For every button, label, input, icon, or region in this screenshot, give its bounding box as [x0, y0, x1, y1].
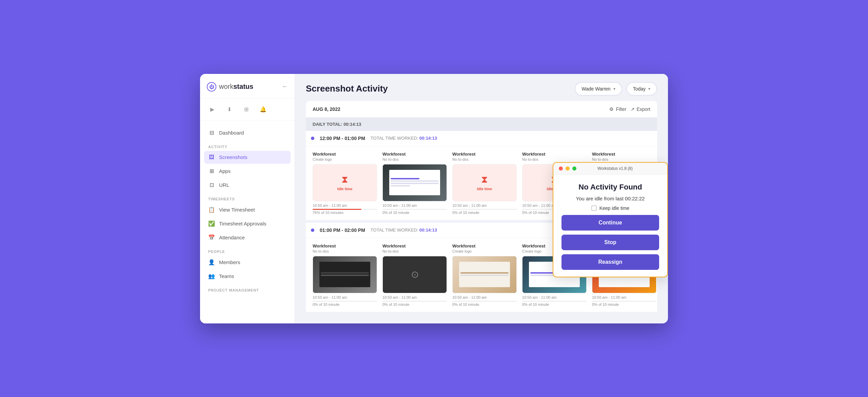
export-button[interactable]: ↗ Export [631, 106, 650, 112]
time-dot [311, 229, 314, 232]
attendance-icon: 📅 [208, 234, 215, 241]
teams-icon: 👥 [208, 273, 215, 279]
minimize-traffic-light[interactable] [566, 166, 570, 171]
user-name: Wade Warren [581, 86, 610, 92]
activity-section-label: ACTIVITY [204, 140, 291, 151]
progress-bar [382, 209, 447, 210]
screenshot-image[interactable]: ⧗ Idle time [313, 164, 377, 201]
sidebar-item-url[interactable]: ⊡ URL [204, 178, 291, 192]
card-app-name: Workforest [382, 243, 447, 249]
screenshot-card: Workforest No to-dos ⊙ 10:50 am - 11:00 … [382, 243, 447, 306]
screenshot-time: 10:50 am - 11:00 am [522, 295, 587, 299]
screenshot-card: Workforest No to-dos [313, 243, 377, 306]
chevron-down-icon: ▾ [648, 86, 650, 91]
idle-label: Idle time [477, 187, 492, 191]
sidebar-item-screenshots[interactable]: 🖼 Screenshots [204, 151, 291, 164]
sidebar-item-view-timesheet[interactable]: 📋 View Timesheet [204, 203, 291, 216]
modal-body: No Activity Found You are idle from last… [553, 175, 667, 277]
progress-label: 0% of 10 minute [382, 211, 447, 215]
screenshot-image[interactable]: ⊙ [382, 256, 447, 293]
play-icon[interactable]: ▶ [207, 104, 218, 115]
progress-bar [522, 301, 587, 302]
screenshot-time: 10:50 am - 11:00 am [452, 203, 517, 207]
sidebar-item-attendance[interactable]: 📅 Attendance [204, 231, 291, 244]
reassign-button[interactable]: Reassign [561, 254, 659, 270]
total-time-value-1: 00:14:13 [419, 136, 437, 141]
idle-hourglass-icon: ⧗ [481, 174, 488, 185]
maximize-traffic-light[interactable] [572, 166, 576, 171]
card-task: Create logo [313, 157, 377, 161]
progress-label: 76% of 10 minutes [313, 211, 377, 215]
card-app-name: Workforest [452, 243, 517, 249]
total-time-label-1: TOTAL TIME WORKED: 00:14:13 [371, 136, 437, 141]
collapse-button[interactable]: ← [282, 83, 288, 90]
screenshot-image[interactable] [452, 256, 517, 293]
card-task: Create logo [452, 249, 517, 253]
page-title: Screenshot Activity [306, 83, 388, 94]
card-app-name: Workforest [522, 152, 587, 157]
continue-button[interactable]: Continue [561, 215, 659, 231]
stop-button[interactable]: Stop [561, 235, 659, 250]
modal-app-title: Workstatus v1.8 (8) [579, 166, 651, 171]
sidebar-item-apps[interactable]: ⊞ Apps [204, 164, 291, 178]
close-traffic-light[interactable] [559, 166, 563, 171]
download-icon[interactable]: ⬇ [224, 104, 235, 115]
thumb-screen [459, 262, 510, 287]
date-dropdown[interactable]: Today ▾ [626, 82, 657, 96]
keep-idle-time-label: Keep idle time [599, 205, 630, 211]
card-task: No to-dos [452, 157, 517, 161]
card-app-name: Workforest [313, 243, 377, 249]
content-area: AUG 8, 2022 ⚙ Filter ↗ Export DAILY TOTA… [295, 101, 668, 323]
daily-total-text: DAILY TOTAL: 00:14:13 [313, 122, 361, 127]
sidebar-item-timesheet-approvals[interactable]: ✅ Timesheet Approvals [204, 217, 291, 230]
thumb-screen [319, 262, 370, 287]
grid-icon[interactable]: ⊞ [241, 104, 252, 115]
card-task: No to-dos [313, 249, 377, 253]
sidebar-quick-icons: ▶ ⬇ ⊞ 🔔 [200, 99, 295, 121]
main-header: Screenshot Activity Wade Warren ▾ Today … [295, 74, 668, 101]
bell-icon[interactable]: 🔔 [258, 104, 269, 115]
time-range-1: 12:00 PM - 01:00 PM [320, 136, 365, 141]
keep-idle-time-checkbox[interactable] [591, 205, 597, 211]
card-task: No to-dos [382, 249, 447, 253]
idle-activity-modal: Workstatus v1.8 (8) No Activity Found Yo… [553, 162, 668, 277]
screenshot-card: Workforest Create logo ⧗ Idle time 10:50… [313, 152, 377, 215]
sidebar-item-dashboard[interactable]: ⊟ Dashboard [204, 126, 291, 139]
logo-icon: ⏻ [207, 82, 216, 92]
screenshot-card: Workforest Create logo [452, 243, 517, 306]
progress-label: 0% of 10 minute [522, 302, 587, 306]
people-section-label: PEOPLE [204, 245, 291, 256]
logo-text: workstatus [219, 83, 253, 91]
dashboard-icon: ⊟ [208, 130, 215, 136]
user-dropdown[interactable]: Wade Warren ▾ [575, 82, 622, 96]
progress-bar [313, 301, 377, 302]
screenshot-card: Workforest No to-dos [382, 152, 447, 215]
progress-label: 0% of 10 minute [382, 302, 447, 306]
time-dot [311, 137, 314, 140]
member-icon: 👤 [208, 259, 215, 265]
filter-icon: ⚙ [609, 106, 614, 112]
screenshot-time: 10:50 am - 11:00 am [382, 203, 447, 207]
chevron-down-icon: ▾ [613, 86, 615, 91]
sidebar-item-members[interactable]: 👤 Members [204, 256, 291, 269]
sidebar-item-teams[interactable]: 👥 Teams [204, 270, 291, 283]
screenshot-image[interactable] [382, 164, 447, 201]
modal-title: No Activity Found [578, 183, 642, 192]
progress-bar [382, 301, 447, 302]
card-app-name: Workforest [382, 152, 447, 157]
screenshot-image[interactable] [313, 256, 377, 293]
filter-button[interactable]: ⚙ Filter [609, 106, 626, 112]
screenshot-time: 10:50 am - 11:00 am [592, 295, 656, 299]
time-range-2: 01:00 PM - 02:00 PM [320, 227, 365, 233]
screenshot-thumb [383, 164, 447, 201]
keep-idle-time-row: Keep idle time [591, 205, 630, 211]
card-task: No to-dos [382, 157, 447, 161]
total-time-value-2: 00:14:13 [419, 227, 437, 233]
card-app-name: Workforest [592, 152, 656, 157]
progress-label: 0% of 10 minute [592, 302, 656, 306]
date-label: AUG 8, 2022 [313, 106, 340, 112]
screenshot-time: 10:50 am - 11:00 am [313, 295, 377, 299]
screenshot-thumb [313, 256, 377, 293]
screenshot-image[interactable]: ⧗ Idle time [452, 164, 517, 201]
card-task: No to-dos [522, 157, 587, 161]
